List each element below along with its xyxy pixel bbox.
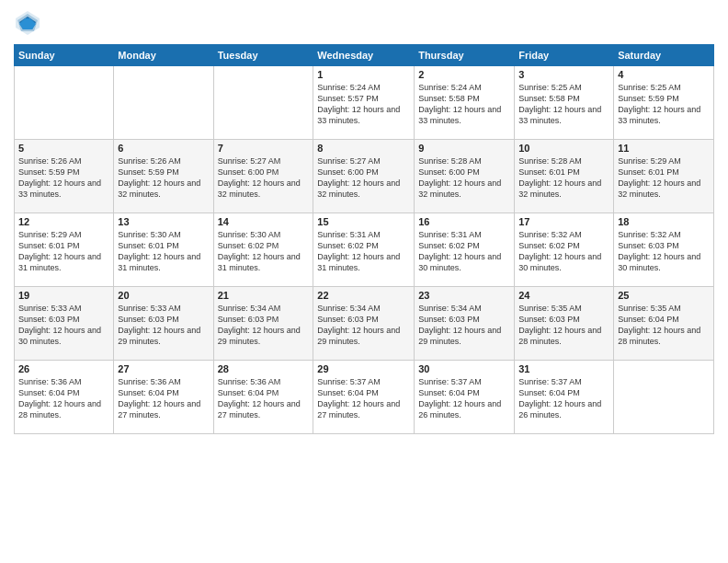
calendar-day-cell: 17Sunrise: 5:32 AM Sunset: 6:02 PM Dayli… (515, 213, 614, 287)
weekday-header: Sunday (15, 45, 114, 66)
day-number: 1 (317, 69, 410, 80)
calendar-day-cell: 2Sunrise: 5:24 AM Sunset: 5:58 PM Daylig… (415, 66, 515, 140)
day-number: 16 (418, 216, 510, 227)
calendar-day-cell: 9Sunrise: 5:28 AM Sunset: 6:00 PM Daylig… (415, 140, 515, 213)
day-info: Sunrise: 5:36 AM Sunset: 6:04 PM Dayligh… (218, 376, 310, 421)
calendar-week-row: 5Sunrise: 5:26 AM Sunset: 5:59 PM Daylig… (15, 140, 714, 213)
weekday-header: Tuesday (213, 45, 313, 66)
day-info: Sunrise: 5:29 AM Sunset: 6:01 PM Dayligh… (18, 229, 109, 274)
day-number: 5 (18, 143, 109, 154)
day-info: Sunrise: 5:35 AM Sunset: 6:04 PM Dayligh… (618, 303, 710, 348)
logo-icon (14, 9, 41, 37)
page-container: SundayMondayTuesdayWednesdayThursdayFrid… (0, 0, 728, 563)
day-number: 23 (418, 290, 510, 301)
calendar-day-cell: 11Sunrise: 5:29 AM Sunset: 6:01 PM Dayli… (614, 140, 714, 213)
day-number: 2 (418, 69, 510, 80)
calendar-week-row: 1Sunrise: 5:24 AM Sunset: 5:57 PM Daylig… (15, 66, 714, 140)
calendar-day-cell: 19Sunrise: 5:33 AM Sunset: 6:03 PM Dayli… (15, 287, 114, 361)
calendar-day-cell: 12Sunrise: 5:29 AM Sunset: 6:01 PM Dayli… (15, 213, 114, 287)
calendar-day-cell: 1Sunrise: 5:24 AM Sunset: 5:57 PM Daylig… (313, 66, 415, 140)
day-info: Sunrise: 5:32 AM Sunset: 6:03 PM Dayligh… (618, 229, 710, 274)
day-number: 25 (618, 290, 710, 301)
day-info: Sunrise: 5:33 AM Sunset: 6:03 PM Dayligh… (18, 303, 109, 348)
day-info: Sunrise: 5:24 AM Sunset: 5:57 PM Dayligh… (317, 82, 410, 127)
day-number: 13 (118, 216, 209, 227)
day-info: Sunrise: 5:36 AM Sunset: 6:04 PM Dayligh… (118, 376, 209, 421)
day-info: Sunrise: 5:30 AM Sunset: 6:01 PM Dayligh… (118, 229, 209, 274)
calendar-day-cell: 8Sunrise: 5:27 AM Sunset: 6:00 PM Daylig… (313, 140, 415, 213)
day-number: 14 (218, 216, 310, 227)
day-info: Sunrise: 5:32 AM Sunset: 6:02 PM Dayligh… (518, 229, 609, 274)
calendar-day-cell: 15Sunrise: 5:31 AM Sunset: 6:02 PM Dayli… (313, 213, 415, 287)
day-info: Sunrise: 5:28 AM Sunset: 6:01 PM Dayligh… (518, 155, 609, 201)
day-number: 6 (118, 143, 209, 154)
day-number: 27 (118, 363, 209, 374)
calendar-day-cell: 13Sunrise: 5:30 AM Sunset: 6:01 PM Dayli… (114, 213, 213, 287)
weekday-header: Wednesday (313, 45, 415, 66)
day-info: Sunrise: 5:27 AM Sunset: 6:00 PM Dayligh… (317, 155, 410, 201)
day-number: 4 (618, 69, 710, 80)
day-info: Sunrise: 5:24 AM Sunset: 5:58 PM Dayligh… (418, 82, 510, 127)
day-number: 28 (218, 363, 310, 374)
calendar-day-cell (15, 66, 114, 140)
calendar-week-row: 26Sunrise: 5:36 AM Sunset: 6:04 PM Dayli… (15, 361, 714, 434)
day-number: 11 (618, 143, 710, 154)
day-info: Sunrise: 5:37 AM Sunset: 6:04 PM Dayligh… (317, 376, 410, 421)
calendar-day-cell: 26Sunrise: 5:36 AM Sunset: 6:04 PM Dayli… (15, 361, 114, 434)
day-info: Sunrise: 5:31 AM Sunset: 6:02 PM Dayligh… (418, 229, 510, 274)
calendar-day-cell: 16Sunrise: 5:31 AM Sunset: 6:02 PM Dayli… (415, 213, 515, 287)
calendar-day-cell: 27Sunrise: 5:36 AM Sunset: 6:04 PM Dayli… (114, 361, 213, 434)
day-info: Sunrise: 5:34 AM Sunset: 6:03 PM Dayligh… (317, 303, 410, 348)
day-number: 18 (618, 216, 710, 227)
day-number: 30 (418, 363, 510, 374)
calendar-day-cell: 21Sunrise: 5:34 AM Sunset: 6:03 PM Dayli… (213, 287, 313, 361)
day-info: Sunrise: 5:33 AM Sunset: 6:03 PM Dayligh… (118, 303, 209, 348)
calendar-day-cell: 18Sunrise: 5:32 AM Sunset: 6:03 PM Dayli… (614, 213, 714, 287)
day-number: 8 (317, 143, 410, 154)
day-number: 17 (518, 216, 609, 227)
calendar-week-row: 12Sunrise: 5:29 AM Sunset: 6:01 PM Dayli… (15, 213, 714, 287)
calendar-day-cell: 5Sunrise: 5:26 AM Sunset: 5:59 PM Daylig… (15, 140, 114, 213)
calendar-day-cell: 30Sunrise: 5:37 AM Sunset: 6:04 PM Dayli… (415, 361, 515, 434)
calendar-day-cell: 14Sunrise: 5:30 AM Sunset: 6:02 PM Dayli… (213, 213, 313, 287)
day-info: Sunrise: 5:37 AM Sunset: 6:04 PM Dayligh… (418, 376, 510, 421)
day-number: 9 (418, 143, 510, 154)
calendar-day-cell: 23Sunrise: 5:34 AM Sunset: 6:03 PM Dayli… (415, 287, 515, 361)
calendar-day-cell: 7Sunrise: 5:27 AM Sunset: 6:00 PM Daylig… (213, 140, 313, 213)
day-number: 31 (518, 363, 609, 374)
day-info: Sunrise: 5:31 AM Sunset: 6:02 PM Dayligh… (317, 229, 410, 274)
day-info: Sunrise: 5:26 AM Sunset: 5:59 PM Dayligh… (18, 155, 109, 201)
calendar-day-cell: 10Sunrise: 5:28 AM Sunset: 6:01 PM Dayli… (515, 140, 614, 213)
day-number: 24 (518, 290, 609, 301)
calendar-day-cell: 29Sunrise: 5:37 AM Sunset: 6:04 PM Dayli… (313, 361, 415, 434)
day-number: 29 (317, 363, 410, 374)
header (14, 9, 714, 37)
logo (14, 9, 45, 37)
calendar-day-cell (213, 66, 313, 140)
calendar-day-cell: 28Sunrise: 5:36 AM Sunset: 6:04 PM Dayli… (213, 361, 313, 434)
calendar-day-cell (114, 66, 213, 140)
day-info: Sunrise: 5:25 AM Sunset: 5:58 PM Dayligh… (518, 82, 609, 127)
calendar-day-cell: 4Sunrise: 5:25 AM Sunset: 5:59 PM Daylig… (614, 66, 714, 140)
weekday-header: Monday (114, 45, 213, 66)
day-info: Sunrise: 5:29 AM Sunset: 6:01 PM Dayligh… (618, 155, 710, 201)
day-info: Sunrise: 5:28 AM Sunset: 6:00 PM Dayligh… (418, 155, 510, 201)
calendar-day-cell: 20Sunrise: 5:33 AM Sunset: 6:03 PM Dayli… (114, 287, 213, 361)
calendar-day-cell: 31Sunrise: 5:37 AM Sunset: 6:04 PM Dayli… (515, 361, 614, 434)
day-info: Sunrise: 5:25 AM Sunset: 5:59 PM Dayligh… (618, 82, 710, 127)
calendar-day-cell: 24Sunrise: 5:35 AM Sunset: 6:03 PM Dayli… (515, 287, 614, 361)
day-number: 12 (18, 216, 109, 227)
day-info: Sunrise: 5:30 AM Sunset: 6:02 PM Dayligh… (218, 229, 310, 274)
calendar-header-row: SundayMondayTuesdayWednesdayThursdayFrid… (15, 45, 714, 66)
day-number: 21 (218, 290, 310, 301)
day-info: Sunrise: 5:34 AM Sunset: 6:03 PM Dayligh… (418, 303, 510, 348)
calendar-table: SundayMondayTuesdayWednesdayThursdayFrid… (14, 44, 714, 434)
day-number: 19 (18, 290, 109, 301)
calendar-day-cell: 3Sunrise: 5:25 AM Sunset: 5:58 PM Daylig… (515, 66, 614, 140)
day-info: Sunrise: 5:34 AM Sunset: 6:03 PM Dayligh… (218, 303, 310, 348)
weekday-header: Friday (515, 45, 614, 66)
calendar-day-cell: 25Sunrise: 5:35 AM Sunset: 6:04 PM Dayli… (614, 287, 714, 361)
calendar-day-cell: 6Sunrise: 5:26 AM Sunset: 5:59 PM Daylig… (114, 140, 213, 213)
day-number: 7 (218, 143, 310, 154)
weekday-header: Saturday (614, 45, 714, 66)
